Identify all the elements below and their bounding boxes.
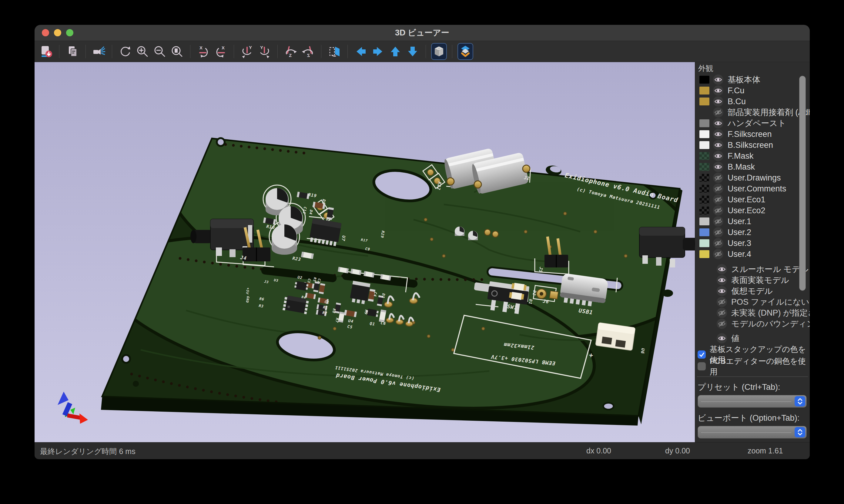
viewport-select[interactable] bbox=[697, 426, 807, 438]
layer-row[interactable]: User.Eco2 bbox=[695, 205, 810, 216]
layer-color-swatch[interactable] bbox=[700, 196, 709, 203]
zoom-in-button[interactable] bbox=[135, 43, 150, 59]
layer-row[interactable]: F.Mask bbox=[695, 150, 810, 161]
layer-color-swatch[interactable] bbox=[700, 185, 709, 193]
layer-row[interactable]: 基板本体 bbox=[695, 74, 810, 85]
eye-slash-icon[interactable] bbox=[717, 297, 727, 307]
layer-color-swatch[interactable] bbox=[700, 206, 709, 214]
close-button[interactable] bbox=[42, 29, 49, 36]
rotate-y-cw-button[interactable]: Y bbox=[240, 43, 254, 59]
title-bar[interactable]: 3D ビューアー bbox=[35, 25, 810, 41]
reload-board-button[interactable] bbox=[39, 43, 53, 59]
layer-color-swatch[interactable] bbox=[700, 97, 709, 105]
flip-board-button[interactable] bbox=[327, 43, 342, 59]
layer-row[interactable]: F.Cu bbox=[695, 85, 810, 96]
layer-color-swatch[interactable] bbox=[700, 239, 709, 247]
layer-color-swatch[interactable] bbox=[700, 250, 709, 258]
layer-row[interactable]: 仮想モデル bbox=[695, 286, 810, 296]
appearance-sidebar: 外観 基板本体F.CuB.Cu部品実装用接着剤 (Adhesive)ハンダペース… bbox=[695, 62, 810, 442]
redraw-button[interactable] bbox=[118, 43, 133, 59]
layer-row[interactable]: User.4 bbox=[695, 249, 810, 259]
eye-slash-icon[interactable] bbox=[713, 183, 723, 194]
layer-row[interactable]: User.3 bbox=[695, 238, 810, 249]
layer-row[interactable]: User.Eco1 bbox=[695, 194, 810, 205]
layer-row[interactable]: 値 bbox=[695, 333, 810, 344]
eye-icon[interactable] bbox=[717, 333, 727, 343]
layer-row[interactable]: POS ファイルにないモデル bbox=[695, 296, 810, 307]
layer-color-swatch[interactable] bbox=[700, 152, 709, 160]
checkbox-unchecked[interactable] bbox=[697, 362, 706, 371]
layer-row[interactable]: User.2 bbox=[695, 227, 810, 238]
eye-slash-icon[interactable] bbox=[713, 173, 723, 183]
eye-slash-icon[interactable] bbox=[713, 249, 723, 259]
layer-color-swatch[interactable] bbox=[700, 108, 709, 116]
layer-row[interactable]: F.Silkscreen bbox=[695, 129, 810, 140]
eye-icon[interactable] bbox=[717, 275, 727, 285]
eye-slash-icon[interactable] bbox=[713, 238, 723, 248]
rotate-z-cw-button[interactable]: Z bbox=[283, 43, 298, 59]
layer-row[interactable]: User.1 bbox=[695, 216, 810, 227]
layer-color-swatch[interactable] bbox=[700, 163, 709, 171]
layer-color-swatch[interactable] bbox=[700, 141, 709, 149]
eye-icon[interactable] bbox=[713, 85, 723, 96]
pan-down-button[interactable] bbox=[405, 43, 420, 59]
layer-color-swatch[interactable] bbox=[700, 174, 709, 182]
layer-color-swatch[interactable] bbox=[700, 130, 709, 138]
layer-color-swatch[interactable] bbox=[700, 87, 709, 94]
3d-canvas[interactable]: Exidiophone v6.0 Audio Board (c) Tomoya … bbox=[35, 62, 695, 442]
layer-row[interactable]: User.Comments bbox=[695, 183, 810, 194]
eye-slash-icon[interactable] bbox=[713, 195, 723, 205]
stepper-icon[interactable] bbox=[795, 396, 805, 407]
preset-select[interactable] bbox=[697, 395, 807, 408]
eye-slash-icon[interactable] bbox=[713, 216, 723, 227]
appearance-layers-button[interactable] bbox=[458, 43, 472, 59]
refdes-label: D4 bbox=[308, 209, 313, 215]
pan-right-button[interactable] bbox=[371, 43, 385, 59]
render-view-button[interactable] bbox=[91, 43, 106, 59]
stepper-icon[interactable] bbox=[795, 427, 805, 437]
eye-icon[interactable] bbox=[713, 118, 723, 128]
zoom-out-button[interactable] bbox=[153, 43, 167, 59]
layer-color-swatch[interactable] bbox=[700, 217, 709, 226]
pan-left-button[interactable] bbox=[354, 43, 368, 59]
eye-icon[interactable] bbox=[713, 140, 723, 150]
maximize-button[interactable] bbox=[66, 29, 73, 36]
layer-row[interactable]: 表面実装モデル bbox=[695, 275, 810, 286]
eye-slash-icon[interactable] bbox=[713, 107, 723, 118]
eye-icon[interactable] bbox=[717, 264, 727, 274]
layer-row[interactable]: User.Drawings bbox=[695, 172, 810, 183]
layer-color-swatch[interactable] bbox=[700, 228, 709, 236]
rotate-y-ccw-button[interactable]: Y bbox=[257, 43, 272, 59]
option-row[interactable]: PCBエディターの銅色を使用 bbox=[695, 360, 810, 372]
minimize-button[interactable] bbox=[54, 29, 61, 36]
sidebar-scrollbar-thumb[interactable] bbox=[799, 76, 806, 291]
rotate-x-cw-button[interactable]: X bbox=[196, 43, 211, 59]
eye-icon[interactable] bbox=[717, 286, 727, 296]
eye-icon[interactable] bbox=[713, 129, 723, 139]
layer-row[interactable]: ハンダペースト bbox=[695, 118, 810, 129]
eye-slash-icon[interactable] bbox=[717, 308, 727, 318]
layer-color-swatch[interactable] bbox=[700, 119, 709, 127]
rotate-z-ccw-button[interactable]: Z bbox=[301, 43, 315, 59]
eye-icon[interactable] bbox=[713, 96, 723, 107]
eye-icon[interactable] bbox=[713, 74, 723, 85]
pan-up-button[interactable] bbox=[388, 43, 402, 59]
layer-row[interactable]: B.Cu bbox=[695, 96, 810, 107]
copy-image-button[interactable] bbox=[65, 43, 80, 59]
eye-slash-icon[interactable] bbox=[713, 227, 723, 237]
layer-color-swatch[interactable] bbox=[700, 76, 709, 84]
layer-row[interactable]: B.Mask bbox=[695, 161, 810, 172]
rotate-x-ccw-button[interactable]: X bbox=[213, 43, 228, 59]
eye-icon[interactable] bbox=[713, 151, 723, 161]
layer-row[interactable]: 部品実装用接着剤 (Adhesive) bbox=[695, 107, 810, 118]
ortho-projection-button[interactable] bbox=[432, 43, 446, 59]
eye-icon[interactable] bbox=[713, 162, 723, 172]
layer-row[interactable]: 未実装 (DNP) が指定されたモデル bbox=[695, 307, 810, 318]
checkbox-checked[interactable] bbox=[697, 350, 706, 359]
eye-slash-icon[interactable] bbox=[717, 319, 727, 329]
eye-slash-icon[interactable] bbox=[713, 205, 723, 216]
layer-row[interactable]: モデルのバウンディングボックス bbox=[695, 318, 810, 329]
zoom-to-fit-button[interactable] bbox=[170, 43, 184, 59]
layer-row[interactable]: B.Silkscreen bbox=[695, 140, 810, 150]
layer-row[interactable]: スルーホール モデル bbox=[695, 264, 810, 275]
